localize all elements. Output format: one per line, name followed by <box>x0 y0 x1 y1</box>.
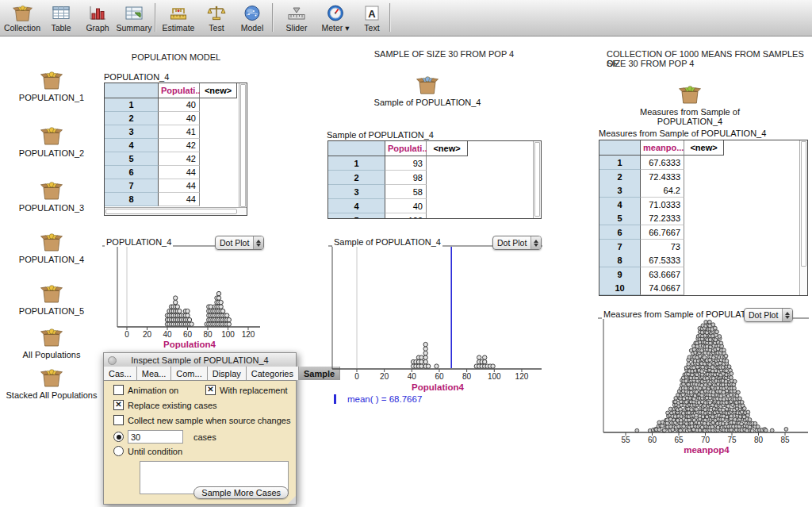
sidebar-collection-population-5[interactable]: POPULATION_5 <box>0 283 103 316</box>
case-value[interactable]: 74.0667 <box>641 281 684 295</box>
population-dotplot[interactable]: 020406080100120Population4 <box>102 235 262 351</box>
sidebar-collection-population-1[interactable]: POPULATION_1 <box>0 70 103 102</box>
case-value[interactable]: 71.0333 <box>641 198 684 212</box>
case-value[interactable]: 40 <box>159 112 200 125</box>
case-value[interactable]: 63.6667 <box>641 267 684 282</box>
sample-collection[interactable]: Sample of POPULATION_4 <box>364 75 491 107</box>
case-value[interactable]: 44 <box>159 166 200 179</box>
row-index[interactable]: 6 <box>105 166 159 179</box>
toolbar-item-table[interactable]: Table <box>43 2 79 33</box>
row-index[interactable]: 4 <box>599 198 641 212</box>
cases-radio[interactable] <box>113 432 124 442</box>
vertical-scrollbar[interactable] <box>239 83 247 215</box>
sidebar-collection-population-4[interactable]: POPULATION_4 <box>0 232 103 264</box>
row-index[interactable]: 8 <box>599 253 641 267</box>
case-value[interactable]: 58 <box>385 185 427 199</box>
inspector-tab-com[interactable]: Com... <box>171 367 207 380</box>
sidebar-collection-population-2[interactable]: POPULATION_2 <box>0 125 103 158</box>
row-index[interactable]: 8 <box>105 193 159 206</box>
case-value[interactable]: 44 <box>159 193 200 206</box>
case-value[interactable]: 40 <box>385 199 427 213</box>
row-index[interactable]: 6 <box>599 225 641 240</box>
measures-dotplot[interactable]: 55606570758085meanpop4 <box>597 306 810 457</box>
vertical-scrollbar[interactable] <box>799 140 807 295</box>
row-index[interactable]: 1 <box>599 156 641 170</box>
row-index[interactable]: 2 <box>599 170 641 184</box>
row-index-header[interactable] <box>599 140 641 156</box>
vertical-scrollbar[interactable] <box>533 141 541 218</box>
sample-more-cases-button[interactable]: Sample More Cases <box>193 486 289 499</box>
row-index[interactable]: 3 <box>599 183 641 198</box>
row-index[interactable]: 3 <box>328 185 385 199</box>
row-index[interactable]: 10 <box>599 281 641 295</box>
toolbar-item-meter[interactable]: Meter ▾ <box>316 2 355 33</box>
sample-dotplot[interactable]: 020406080100120Population4mean( ) = 68.7… <box>327 235 543 406</box>
case-value[interactable]: 100 <box>385 213 427 219</box>
case-value[interactable]: 72.2333 <box>641 211 684 225</box>
case-value[interactable]: 44 <box>159 179 200 193</box>
sidebar-collection-stacked-all-populations[interactable]: Stacked All Populations <box>0 367 103 400</box>
sidebar-collection-all-populations[interactable]: All Populations <box>0 327 103 359</box>
toolbar-item-summary[interactable]: Summary <box>114 2 154 33</box>
case-value[interactable]: 42 <box>159 152 200 166</box>
inspector-tab-mea[interactable]: Mea... <box>137 367 172 380</box>
case-value[interactable]: 42 <box>159 139 200 152</box>
row-index[interactable]: 1 <box>328 156 385 171</box>
plot-type-dropdown[interactable]: Dot Plot <box>215 236 264 250</box>
resize-handle-icon[interactable] <box>288 496 296 504</box>
new-attribute-header[interactable]: <new> <box>427 141 468 156</box>
inspector-titlebar[interactable]: Inspect Sample of POPULATION_4 <box>104 353 296 367</box>
case-value[interactable]: 41 <box>159 125 200 139</box>
toolbar-item-model[interactable]: Model <box>233 2 271 33</box>
new-attribute-header[interactable]: <new> <box>200 83 237 98</box>
case-value[interactable]: 72.4333 <box>641 170 684 184</box>
until-condition-radio[interactable] <box>113 446 124 456</box>
row-index[interactable]: 2 <box>105 112 159 125</box>
animation-on-checkbox[interactable] <box>113 385 124 395</box>
close-icon[interactable] <box>108 356 117 365</box>
attribute-column-header[interactable]: Populati... <box>385 141 427 156</box>
row-index-header[interactable] <box>328 141 385 156</box>
case-table[interactable]: Populati...<new>1932983584405100 <box>327 140 542 219</box>
toolbar-item-estimate[interactable]: Estimate <box>159 2 198 33</box>
row-index[interactable]: 7 <box>105 179 159 193</box>
case-table[interactable]: Populati...<new>140240341442542644744844 <box>104 83 247 216</box>
case-value[interactable]: 66.7667 <box>641 225 684 240</box>
inspector-tab-categories[interactable]: Categories <box>247 367 299 380</box>
row-index[interactable]: 4 <box>105 139 159 152</box>
toolbar-item-test[interactable]: Test <box>200 2 233 33</box>
row-index[interactable]: 4 <box>328 199 385 213</box>
attribute-column-header[interactable]: meanpo... <box>641 140 684 156</box>
case-value[interactable]: 73 <box>641 240 684 254</box>
cases-count-input[interactable]: 30 <box>128 430 183 444</box>
row-index-header[interactable] <box>105 83 159 98</box>
inspector-tab-display[interactable]: Display <box>208 367 247 380</box>
row-index[interactable]: 2 <box>328 171 385 185</box>
case-value[interactable]: 67.5333 <box>641 253 684 267</box>
inspector-tab-cas[interactable]: Cas... <box>104 367 137 380</box>
replace-existing-cases-checkbox[interactable] <box>113 400 124 410</box>
with-replacement-checkbox[interactable] <box>205 385 216 395</box>
toolbar-item-graph[interactable]: Graph <box>79 2 116 33</box>
new-attribute-header[interactable]: <new> <box>684 140 724 156</box>
row-index[interactable]: 1 <box>105 98 159 112</box>
row-index[interactable]: 5 <box>105 152 159 166</box>
case-value[interactable]: 40 <box>159 98 200 112</box>
collect-new-sample-checkbox[interactable] <box>113 415 124 425</box>
toolbar-item-collection[interactable]: Collection <box>2 2 43 33</box>
case-value[interactable]: 67.6333 <box>641 156 684 170</box>
row-index[interactable]: 3 <box>105 125 159 139</box>
toolbar-item-slider[interactable]: Slider <box>278 2 316 33</box>
measures-collection[interactable]: Measures from Sample of POPULATION_4 <box>615 84 765 126</box>
row-index[interactable]: 9 <box>599 267 641 282</box>
plot-type-dropdown[interactable]: Dot Plot <box>492 236 542 250</box>
plot-type-dropdown[interactable]: Dot Plot <box>744 308 793 322</box>
row-index[interactable]: 5 <box>599 211 641 225</box>
case-table[interactable]: meanpo...<new>167.6333272.4333364.2471.0… <box>599 140 808 296</box>
row-index[interactable]: 7 <box>599 240 641 254</box>
case-value[interactable]: 98 <box>385 171 427 185</box>
attribute-column-header[interactable]: Populati... <box>159 83 200 98</box>
horizontal-scrollbar[interactable] <box>105 207 247 215</box>
case-value[interactable]: 64.2 <box>641 183 684 198</box>
case-value[interactable]: 93 <box>385 156 427 171</box>
